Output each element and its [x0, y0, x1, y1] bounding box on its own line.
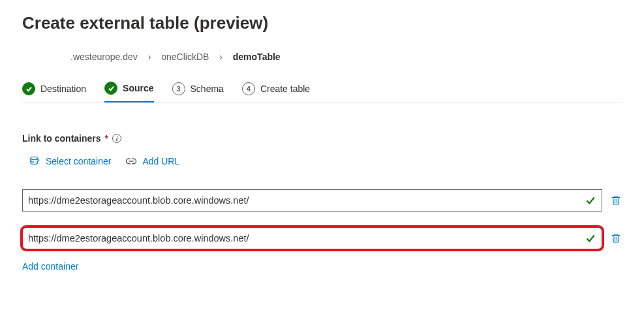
- add-container-button[interactable]: Add container: [22, 261, 78, 272]
- select-container-label: Select container: [46, 156, 111, 166]
- required-mark: *: [105, 133, 108, 144]
- container-url-input[interactable]: [28, 195, 585, 206]
- add-url-button[interactable]: Add URL: [125, 155, 179, 167]
- add-url-label: Add URL: [142, 156, 179, 166]
- container-url-input[interactable]: [28, 233, 585, 243]
- container-url-row: [22, 189, 622, 212]
- link-icon: [125, 155, 137, 167]
- valid-check-icon: [585, 232, 596, 244]
- container-icon: [29, 155, 40, 167]
- select-container-button[interactable]: Select container: [29, 155, 111, 167]
- step-number: 3: [172, 82, 185, 95]
- page-title: Create external table (preview): [22, 13, 622, 33]
- step-source[interactable]: Source: [104, 82, 153, 102]
- section-label-text: Link to containers: [22, 133, 101, 144]
- step-number: 4: [242, 82, 255, 95]
- step-label: Create table: [260, 84, 310, 94]
- step-create-table[interactable]: 4 Create table: [242, 82, 310, 102]
- delete-icon[interactable]: [610, 195, 622, 206]
- check-icon: [22, 82, 35, 95]
- check-icon: [104, 82, 117, 95]
- breadcrumb-sep-icon: ›: [148, 52, 151, 62]
- breadcrumb-cluster[interactable]: .westeurope.dev: [70, 52, 138, 62]
- breadcrumb: .westeurope.dev › oneClickDB › demoTable: [22, 52, 622, 62]
- breadcrumb-sep-icon: ›: [219, 52, 222, 62]
- step-label: Destination: [40, 84, 86, 94]
- container-url-row: [22, 227, 622, 249]
- svg-point-0: [31, 157, 38, 160]
- step-label: Schema: [191, 84, 224, 94]
- breadcrumb-table: demoTable: [233, 52, 281, 62]
- step-label: Source: [123, 83, 153, 93]
- delete-icon[interactable]: [610, 232, 622, 244]
- step-schema[interactable]: 3 Schema: [172, 82, 224, 102]
- info-icon[interactable]: i: [112, 134, 121, 143]
- breadcrumb-database[interactable]: oneClickDB: [161, 52, 209, 62]
- section-label: Link to containers * i: [22, 133, 622, 144]
- valid-check-icon: [585, 195, 596, 206]
- wizard-steps: Destination Source 3 Schema 4 Create tab…: [22, 82, 622, 103]
- step-destination[interactable]: Destination: [22, 82, 86, 102]
